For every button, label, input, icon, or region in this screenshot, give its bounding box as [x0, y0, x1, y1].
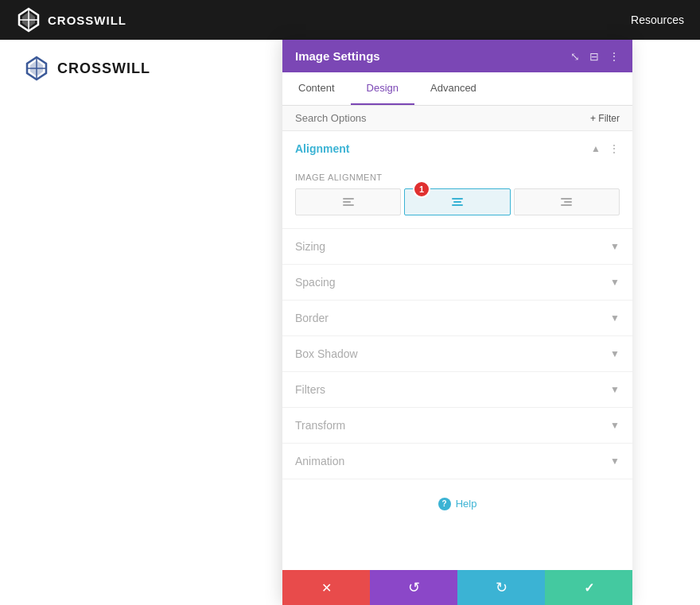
top-logo-text: CROSSWILL — [48, 14, 126, 27]
save-icon: ✓ — [584, 580, 594, 595]
tab-advanced[interactable]: Advanced — [414, 72, 492, 105]
main-content-area: CROSSWILL Image Settings ⤡ ⊟ ⋮ Content D… — [0, 40, 700, 605]
sizing-chevron-icon: ▼ — [610, 241, 620, 252]
more-icon[interactable]: ⋮ — [609, 50, 620, 63]
filters-section-title: Filters — [295, 383, 325, 396]
help-button[interactable]: ? Help — [438, 498, 477, 510]
alignment-section-header[interactable]: Alignment ▲ ⋮ — [282, 131, 632, 166]
align-right-button[interactable] — [514, 188, 620, 215]
panel-tabs: Content Design Advanced — [282, 72, 632, 106]
box-shadow-section-title: Box Shadow — [295, 347, 358, 360]
animation-chevron-icon: ▼ — [610, 456, 620, 467]
transform-section-title: Transform — [295, 419, 345, 432]
alignment-section-right: ▲ ⋮ — [591, 142, 620, 155]
cancel-button[interactable]: ✕ — [282, 570, 370, 605]
tab-design[interactable]: Design — [351, 72, 414, 105]
reset-button[interactable]: ↺ — [370, 570, 457, 605]
panel-footer: ✕ ↺ ↻ ✓ — [282, 570, 632, 605]
spacing-section-header[interactable]: Spacing ▼ — [282, 265, 632, 300]
main-logo-text: CROSSWILL — [57, 60, 150, 77]
panel-title: Image Settings — [295, 49, 380, 63]
animation-section-title: Animation — [295, 455, 344, 467]
main-logo-icon — [24, 56, 49, 81]
alignment-chevron-up-icon: ▲ — [591, 143, 601, 154]
alignment-section: Alignment ▲ ⋮ Image Alignment 1 — [282, 131, 632, 229]
sizing-section-title: Sizing — [295, 240, 325, 253]
box-shadow-section-header[interactable]: Box Shadow ▼ — [282, 336, 632, 371]
search-bar: + Filter — [282, 106, 632, 131]
help-icon: ? — [438, 498, 451, 510]
border-chevron-icon: ▼ — [610, 312, 620, 324]
box-shadow-section: Box Shadow ▼ — [282, 336, 632, 372]
fullscreen-icon[interactable]: ⤡ — [570, 50, 580, 63]
image-alignment-label: Image Alignment — [295, 173, 620, 182]
filters-section: Filters ▼ — [282, 372, 632, 408]
top-logo-group: CROSSWILL — [16, 7, 126, 33]
search-input[interactable] — [295, 112, 590, 124]
animation-section-header[interactable]: Animation ▼ — [282, 444, 632, 479]
border-section-title: Border — [295, 312, 329, 324]
animation-section: Animation ▼ — [282, 444, 632, 479]
transform-chevron-icon: ▼ — [610, 420, 620, 431]
badge-number: 1 — [413, 180, 430, 198]
sizing-section: Sizing ▼ — [282, 229, 632, 265]
redo-button[interactable]: ↻ — [457, 570, 545, 605]
spacing-section-title: Spacing — [295, 276, 336, 289]
help-label: Help — [456, 498, 477, 510]
panel-header: Image Settings ⤡ ⊟ ⋮ — [282, 40, 632, 72]
alignment-section-body: Image Alignment 1 — [282, 166, 632, 228]
resources-link[interactable]: Resources — [631, 14, 684, 26]
transform-section-header[interactable]: Transform ▼ — [282, 408, 632, 443]
top-logo-icon — [16, 7, 41, 33]
border-section: Border ▼ — [282, 301, 632, 336]
box-shadow-chevron-icon: ▼ — [610, 348, 620, 359]
filters-chevron-icon: ▼ — [610, 384, 620, 395]
reset-icon: ↺ — [408, 579, 420, 596]
redo-icon: ↻ — [496, 579, 508, 596]
help-area: ? Help — [282, 479, 632, 526]
border-section-header[interactable]: Border ▼ — [282, 301, 632, 335]
spacing-chevron-icon: ▼ — [610, 277, 620, 288]
align-left-button[interactable] — [295, 188, 401, 215]
sizing-section-header[interactable]: Sizing ▼ — [282, 229, 632, 264]
alignment-buttons-group: 1 — [295, 188, 620, 215]
transform-section: Transform ▼ — [282, 408, 632, 444]
filters-section-header[interactable]: Filters ▼ — [282, 372, 632, 407]
save-button[interactable]: ✓ — [545, 570, 632, 605]
top-navigation: CROSSWILL Resources — [0, 0, 700, 40]
spacing-section: Spacing ▼ — [282, 265, 632, 301]
filter-button[interactable]: + Filter — [590, 113, 620, 124]
alignment-section-title: Alignment — [295, 142, 349, 155]
alignment-section-left: Alignment — [295, 142, 349, 155]
panel-header-icons: ⤡ ⊟ ⋮ — [570, 50, 620, 63]
columns-icon[interactable]: ⊟ — [589, 50, 599, 63]
panel-content: Alignment ▲ ⋮ Image Alignment 1 — [282, 131, 632, 570]
tab-content[interactable]: Content — [282, 72, 351, 105]
settings-panel: Image Settings ⤡ ⊟ ⋮ Content Design Adva… — [282, 40, 632, 605]
cancel-icon: ✕ — [321, 580, 332, 595]
alignment-dots-icon[interactable]: ⋮ — [609, 142, 620, 155]
